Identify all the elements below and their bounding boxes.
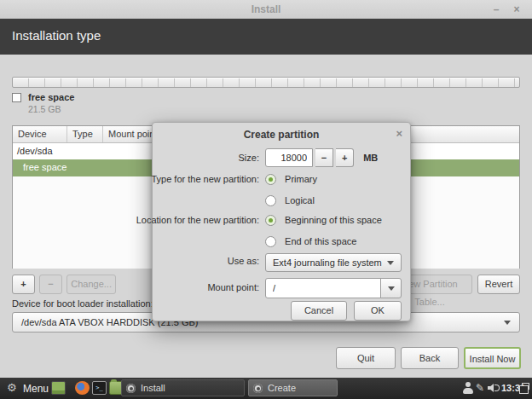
use-as-select[interactable]: Ext4 journaling file system [265,253,402,272]
quit-button[interactable]: Quit [336,347,396,369]
disk-legend: free space 21.5 GB [12,92,74,114]
mount-point-dropdown-button[interactable] [380,278,402,298]
taskbar-window-install[interactable]: Install [121,379,245,396]
radio-label: End of this space [285,236,356,246]
taskbar-window-label: Create partition [268,383,301,399]
change-partition-button[interactable]: Change... [66,275,116,294]
radio-icon[interactable] [265,174,276,185]
chevron-down-icon [504,321,511,325]
terminal-icon[interactable]: >_ [92,381,107,395]
dialog-close-icon[interactable]: × [396,127,402,140]
use-as-value: Ext4 journaling file system [273,257,382,268]
settings-gear-icon[interactable]: ⚙ [7,381,17,394]
cancel-button[interactable]: Cancel [291,301,347,321]
close-button[interactable]: × [510,3,523,16]
radio-icon[interactable] [265,195,276,206]
radio-icon[interactable] [265,236,276,247]
create-partition-dialog: Create partition × Size: − + MB Type for… [152,122,411,321]
size-decrease-button[interactable]: − [315,148,333,167]
pen-tray-icon[interactable]: ✎ [476,382,484,394]
mount-point-label: Mount point: [207,282,259,292]
location-label: Location for the new partition: [136,215,259,225]
type-option-primary[interactable]: Primary [265,174,317,185]
free-space-label: free space [28,92,74,102]
bootloader-label: Device for boot loader installation: [12,298,153,309]
size-spinner: − + MB [265,148,378,167]
taskbar: ⚙ Menu >_ Install Create partition ✎ 13:… [0,378,532,399]
size-increase-button[interactable]: + [336,148,354,167]
free-space-swatch [12,93,21,102]
volume-icon[interactable] [488,384,498,392]
add-partition-button[interactable]: + [12,275,35,294]
mount-point-combo [265,278,402,298]
back-button[interactable]: Back [401,347,459,369]
size-unit-label: MB [363,148,378,167]
user-tray-icon[interactable] [463,382,473,394]
installer-app-icon [253,384,263,393]
page-title: Installation type [12,28,101,43]
dialog-title: Create partition [153,129,410,141]
window-list-tray-icon[interactable] [522,383,529,390]
mount-point-input[interactable] [265,278,381,298]
size-label: Size: [239,153,259,163]
taskbar-window-label: Install [141,383,165,393]
revert-button[interactable]: Revert [477,275,520,294]
radio-label: Beginning of this space [285,215,382,225]
type-label: Type for the new partition: [151,174,259,184]
column-header-type[interactable]: Type [67,126,103,142]
radio-label: Logical [285,195,315,205]
taskbar-window-create-partition[interactable]: Create partition [248,379,338,396]
type-option-logical[interactable]: Logical [265,195,315,206]
use-as-label: Use as: [228,256,259,266]
menu-button[interactable]: Menu [23,383,49,395]
show-desktop-icon[interactable] [51,381,66,395]
install-now-button[interactable]: Install Now [464,347,521,369]
column-header-device[interactable]: Device [13,126,67,142]
size-input[interactable] [265,148,313,167]
radio-label: Primary [285,174,317,184]
firefox-icon[interactable] [75,381,90,395]
minimize-button[interactable]: – [489,3,503,16]
chevron-down-icon [388,286,395,291]
radio-icon[interactable] [265,215,276,226]
window-title: Install [0,3,532,15]
location-option-end[interactable]: End of this space [265,236,356,247]
partition-actions: + − Change... [12,275,118,294]
ok-button[interactable]: OK [354,301,402,321]
location-option-beginning[interactable]: Beginning of this space [265,215,382,226]
free-space-size: 21.5 GB [28,104,74,114]
installer-app-icon [126,384,136,393]
disk-usage-bar [12,77,520,88]
chevron-down-icon [387,261,394,265]
page-header: Installation type [0,19,532,55]
remove-partition-button[interactable]: − [39,275,62,294]
window-titlebar: Install – × [0,0,532,19]
